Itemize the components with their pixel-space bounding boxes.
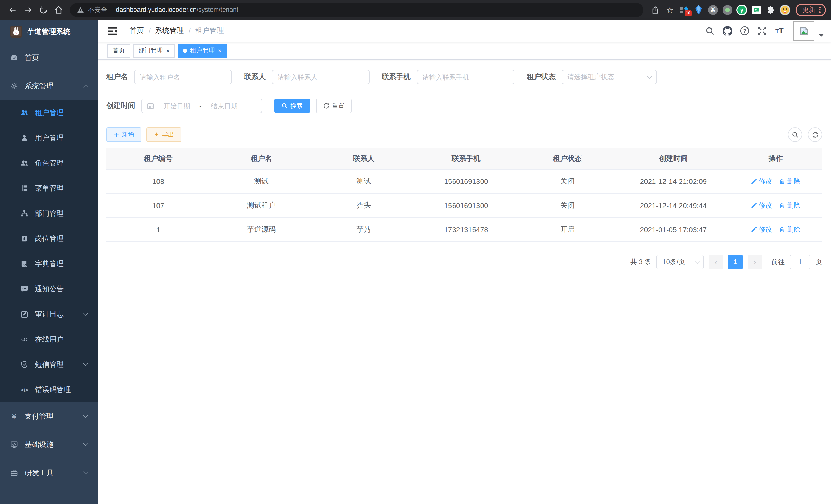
current-page-button[interactable]: 1 [728,255,743,269]
search-button[interactable]: 搜索 [275,99,310,113]
mobile-label: 联系手机 [382,72,411,82]
search-icon [792,131,798,138]
menu-tree-icon [21,184,28,192]
font-size-icon[interactable]: TT [771,22,789,39]
close-icon[interactable]: × [218,48,222,54]
sidebar-item-users[interactable]: 用户管理 [0,125,98,151]
edit-link[interactable]: 修改 [751,225,772,234]
warning-icon [77,6,84,13]
extension-y-icon[interactable]: y [735,3,748,17]
extensions-puzzle-icon[interactable] [764,3,777,17]
status-select[interactable]: 请选择租户状态 [562,70,657,84]
refresh-icon [323,103,329,109]
date-start-input[interactable] [158,102,196,110]
extension-chat-icon[interactable] [749,3,763,17]
sidebar-item-dev-tools[interactable]: 研发工具 [0,459,98,487]
user-avatar-menu[interactable] [794,20,824,42]
sidebar-item-payment[interactable]: ¥ 支付管理 [0,402,98,431]
page-size-select[interactable]: 10条/页 [656,255,704,269]
sidebar-item-error-codes[interactable]: </> 错误码管理 [0,377,98,402]
update-button[interactable]: 更新 [796,3,826,16]
roles-icon [21,159,28,167]
table-row: 107 测试租户 秃头 15601691300 关闭 2021-12-14 20… [106,193,822,217]
close-icon[interactable]: × [166,48,170,54]
home-icon[interactable] [51,3,66,17]
delete-link[interactable]: 删除 [779,176,800,186]
table-refresh-button[interactable] [808,127,822,142]
back-icon[interactable] [5,3,20,17]
export-button[interactable]: 导出 [146,127,181,142]
extension-tabs-icon[interactable]: 10 [678,3,691,17]
fullscreen-icon[interactable] [753,22,771,39]
prev-page-button[interactable]: ‹ [709,255,723,269]
sidebar-item-dictionary[interactable]: 字典管理 [0,251,98,276]
bookmark-star-icon[interactable]: ☆ [663,3,677,17]
edit-link[interactable]: 修改 [751,176,772,186]
app-logo-row[interactable]: 芋道管理系统 [0,20,98,44]
share-icon[interactable] [649,3,662,17]
reset-button[interactable]: 重置 [316,99,351,113]
contact-input[interactable] [278,73,364,81]
table-toolbar: 新增 导出 [106,127,822,142]
tenant-name-label: 租户名 [106,72,128,82]
status-text: 开启 [517,217,618,241]
table-search-toggle[interactable] [788,127,802,142]
sidebar-item-tenant[interactable]: 租户管理 [0,100,98,125]
navbar: 首页 / 系统管理 / 租户管理 ? [98,20,831,42]
sidebar-item-sms[interactable]: 短信管理 [0,352,98,377]
delete-link[interactable]: 删除 [779,225,800,234]
tenant-users-icon [21,109,28,117]
header-search-icon[interactable] [701,22,718,39]
col-tenant-id: 租户编号 [106,148,210,169]
extension-recorder-icon[interactable] [721,3,734,17]
tab-tenant[interactable]: 租户管理 × [178,44,227,57]
sidebar-item-home[interactable]: 首页 [0,44,98,72]
sidebar-collapse-icon[interactable] [108,27,117,35]
avatar-broken-image [794,21,814,40]
tab-departments[interactable]: 部门管理 × [133,44,175,57]
sidebar-item-infrastructure[interactable]: 基础设施 [0,431,98,459]
sidebar-item-system[interactable]: 系统管理 [0,72,98,100]
add-button[interactable]: 新增 [106,127,141,142]
chevron-up-icon [83,85,88,90]
sidebar-item-positions[interactable]: 岗位管理 [0,226,98,251]
reload-icon[interactable] [36,3,50,17]
edit-pen-icon [751,202,757,208]
next-page-button[interactable]: › [748,255,762,269]
main-content: 租户名 联系人 联系手机 租户状态 请选择租户状态 [98,60,831,504]
col-mobile: 联系手机 [415,148,517,169]
profile-emoji-icon[interactable] [778,3,792,17]
breadcrumb-home[interactable]: 首页 [130,26,144,35]
sidebar-item-roles[interactable]: 角色管理 [0,151,98,176]
date-end-input[interactable] [205,102,243,110]
mobile-input[interactable] [423,73,509,81]
delete-link[interactable]: 删除 [779,201,800,210]
app-title: 芋道管理系统 [27,27,70,36]
date-range-picker[interactable]: - [141,99,262,113]
sidebar-item-menus[interactable]: 菜单管理 [0,176,98,201]
browser-toolbar: 不安全 dashboard.yudao.iocoder.cn/system/te… [0,0,831,20]
create-time-label: 创建时间 [106,101,135,111]
browser-menu-icon[interactable] [820,7,821,13]
status-label: 租户状态 [527,72,555,82]
goto-page-input[interactable] [790,255,810,269]
forward-icon[interactable] [21,3,35,17]
edit-pen-icon [751,178,757,184]
tab-home[interactable]: 首页 [107,44,130,57]
sidebar-item-announcements[interactable]: 通知公告 [0,276,98,302]
extension-gem-icon[interactable] [692,3,705,17]
url-bar[interactable]: 不安全 dashboard.yudao.iocoder.cn/system/te… [70,3,644,17]
breadcrumb-system[interactable]: 系统管理 [155,26,184,35]
filter-row-2: 创建时间 - 搜索 [106,99,822,113]
sidebar-item-departments[interactable]: 部门管理 [0,201,98,226]
col-actions: 操作 [729,148,822,169]
extension-command-icon[interactable]: ⌘ [706,3,720,17]
sidebar-item-online-users[interactable]: 在线用户 [0,327,98,352]
help-icon[interactable]: ? [736,22,753,39]
github-icon[interactable] [718,22,736,39]
sidebar-item-audit-log[interactable]: 审计日志 [0,302,98,327]
dictionary-icon [21,260,28,268]
tenant-name-input[interactable] [140,73,226,81]
edit-link[interactable]: 修改 [751,201,772,210]
trash-icon [779,178,785,184]
